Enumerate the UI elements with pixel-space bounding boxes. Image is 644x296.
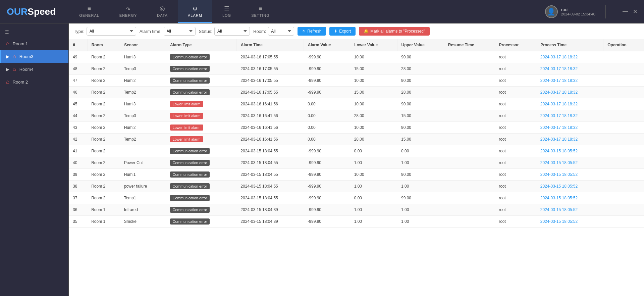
cell-process-time: 2024-03-17 18:18:32 [536, 51, 603, 63]
alarm-icon: ⎉ [193, 5, 197, 12]
cell-resume-time [444, 98, 495, 110]
alarm-time-select[interactable]: All Today This Week This Month [164, 27, 196, 36]
cell-process-time: 2024-03-15 18:05:52 [536, 181, 603, 192]
status-select[interactable]: All Processed Unprocessed [214, 27, 250, 36]
cell-num: 41 [69, 145, 87, 157]
cell-upper-value: 90.00 [397, 98, 444, 110]
tab-data-label: DATA [157, 13, 168, 17]
cell-room: Room 2 [87, 87, 120, 98]
cell-operation [603, 110, 644, 122]
tab-setting[interactable]: ≡ SETTING [241, 0, 280, 23]
tab-alarm[interactable]: ⎉ ALARM [178, 0, 212, 23]
cell-alarm-type: Communication error [166, 145, 237, 157]
cell-sensor: Smoke [120, 216, 166, 228]
tab-log[interactable]: ☰ LOG [212, 0, 241, 23]
tab-data[interactable]: ◎ DATA [147, 0, 178, 23]
cell-alarm-value: -999.90 [304, 169, 350, 181]
cell-operation [603, 63, 644, 75]
room3-expand: ▶ [6, 54, 9, 59]
header-right: 👤 root 2024-09-02 15:34:40 — ✕ [545, 5, 637, 18]
cell-alarm-type: Communication error [166, 63, 237, 75]
cell-lower-value: 1.00 [350, 157, 397, 169]
cell-room: Room 2 [87, 122, 120, 134]
cell-alarm-value: -999.90 [304, 87, 350, 98]
col-lower-value: Lower Value [350, 39, 397, 51]
cell-alarm-value: 0.00 [304, 122, 350, 134]
cell-room: Room 2 [87, 192, 120, 204]
cell-operation [603, 145, 644, 157]
cell-alarm-time: 2024-03-16 17:05:55 [236, 75, 304, 87]
cell-lower-value: 15.00 [350, 87, 397, 98]
cell-processor: root [495, 122, 536, 134]
main-container: ☰ ⌂ Room 1 ▶ ⌂ Room3 ▶ ⌂ Room4 ⌂ Room 2 … [0, 23, 644, 296]
cell-sensor: Humi2 [120, 75, 166, 87]
cell-alarm-value: -999.90 [304, 51, 350, 63]
cell-alarm-type: Communication error [166, 181, 237, 192]
cell-room: Room 2 [87, 181, 120, 192]
table-row: 47 Room 2 Humi2 Communication error 2024… [69, 75, 644, 87]
cell-sensor: Humi1 [120, 169, 166, 181]
cell-resume-time [444, 192, 495, 204]
cell-alarm-value: -999.90 [304, 157, 350, 169]
cell-process-time: 2024-03-15 18:05:52 [536, 157, 603, 169]
cell-upper-value: 28.00 [397, 63, 444, 75]
cell-lower-value: 1.00 [350, 181, 397, 192]
col-room: Room [87, 39, 120, 51]
room1-icon: ⌂ [6, 41, 9, 47]
col-num: # [69, 39, 87, 51]
table-row: 38 Room 2 power failure Communication er… [69, 181, 644, 192]
cell-lower-value: 0.00 [350, 192, 397, 204]
sidebar-item-room2[interactable]: ⌂ Room 2 [0, 76, 68, 88]
cell-upper-value: 28.00 [397, 87, 444, 98]
cell-sensor: Infrared [120, 204, 166, 216]
cell-resume-time [444, 63, 495, 75]
cell-alarm-type: Communication error [166, 169, 237, 181]
close-button[interactable]: ✕ [633, 8, 637, 15]
col-alarm-type: Alarm Type [166, 39, 237, 51]
mark-all-button[interactable]: 🔔 Mark all alarms to "Processed" [359, 27, 430, 36]
sidebar-item-room4[interactable]: ▶ ⌂ Room4 [0, 63, 68, 76]
tab-energy[interactable]: ∿ ENERGY [109, 0, 147, 23]
cell-alarm-time: 2024-03-15 18:04:39 [236, 216, 304, 228]
cell-process-time: 2024-03-15 18:05:52 [536, 145, 603, 157]
log-icon: ☰ [224, 5, 229, 12]
sidebar: ☰ ⌂ Room 1 ▶ ⌂ Room3 ▶ ⌂ Room4 ⌂ Room 2 [0, 23, 69, 296]
cell-lower-value: 1.00 [350, 216, 397, 228]
cell-processor: root [495, 181, 536, 192]
cell-resume-time [444, 145, 495, 157]
export-button[interactable]: ⬇ Export [329, 27, 356, 36]
tab-general[interactable]: ≡ GENERAL [69, 0, 109, 23]
bell-icon: 🔔 [364, 29, 369, 34]
sidebar-item-room3[interactable]: ▶ ⌂ Room3 [0, 50, 68, 63]
cell-alarm-time: 2024-03-16 16:41:56 [236, 98, 304, 110]
cell-lower-value: 1.00 [350, 204, 397, 216]
refresh-button[interactable]: ↻ Refresh [298, 27, 326, 36]
cell-operation [603, 192, 644, 204]
table-row: 40 Room 2 Power Cut Communication error … [69, 157, 644, 169]
cell-num: 45 [69, 98, 87, 110]
setting-icon: ≡ [259, 5, 262, 12]
cell-operation [603, 134, 644, 145]
cell-room: Room 2 [87, 75, 120, 87]
sidebar-label-room1: Room 1 [13, 41, 28, 46]
cell-lower-value: 0.00 [350, 145, 397, 157]
type-select[interactable]: All Communication error Lower limit alar… [87, 27, 136, 36]
cell-resume-time [444, 110, 495, 122]
cell-alarm-value: 0.00 [304, 98, 350, 110]
cell-alarm-type: Communication error [166, 192, 237, 204]
minimize-button[interactable]: — [623, 8, 628, 15]
table-row: 41 Room 2 Communication error 2024-03-15… [69, 145, 644, 157]
sidebar-item-room1[interactable]: ⌂ Room 1 [0, 37, 68, 50]
col-upper-value: Upper Value [397, 39, 444, 51]
cell-alarm-time: 2024-03-16 16:41:56 [236, 122, 304, 134]
sidebar-menu-icon[interactable]: ☰ [0, 27, 68, 37]
refresh-label: Refresh [307, 29, 321, 34]
cell-alarm-time: 2024-03-16 16:41:56 [236, 110, 304, 122]
energy-icon: ∿ [126, 5, 131, 12]
cell-sensor: Humi2 [120, 122, 166, 134]
room-select[interactable]: All Room 1 Room 2 Room3 Room4 [268, 27, 294, 36]
cell-processor: root [495, 169, 536, 181]
cell-alarm-time: 2024-03-15 18:04:55 [236, 192, 304, 204]
cell-process-time: 2024-03-17 18:18:32 [536, 75, 603, 87]
room-filter: Room: All Room 1 Room 2 Room3 Room4 [253, 27, 294, 36]
